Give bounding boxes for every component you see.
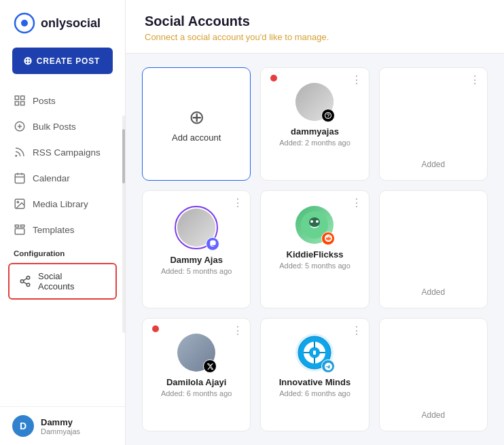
svg-line-23 <box>23 279 26 281</box>
svg-rect-18 <box>15 229 24 234</box>
calendar-icon <box>14 172 26 184</box>
account-name: dammyajas <box>291 126 339 137</box>
account-added: Added: 5 months ago <box>161 267 232 275</box>
user-name: Dammy <box>41 417 80 427</box>
account-avatar-wrapper <box>175 206 218 249</box>
account-card-innovative: ⋮ Innov <box>260 318 369 431</box>
sidebar-item-media[interactable]: Media Library <box>0 191 125 217</box>
account-card-kiddieflickss: ⋮ KiddieFlickss Added: 5 months ago <box>260 190 369 309</box>
page-subtitle: Connect a social account you'd like to m… <box>145 32 485 42</box>
account-added: Added: 5 months ago <box>279 262 350 270</box>
nav-items: Posts Bulk Posts RSS Campaigns Calendar … <box>0 85 125 406</box>
platform-badge-telegram <box>321 359 335 373</box>
main-content: Social Accounts Connect a social account… <box>126 0 504 445</box>
logo-text: onlysocial <box>41 16 101 31</box>
posts-icon <box>14 94 26 107</box>
sidebar-item-bulk-posts[interactable]: Bulk Posts <box>0 113 125 139</box>
platform-badge-reddit <box>321 232 335 245</box>
account-card-dammy-ajas: ⋮ Dammy Ajas Added: 5 months ago <box>142 190 251 309</box>
posts-label: Posts <box>33 96 56 106</box>
account-card-dammyajas: ⋮ dammyajas Added: 2 months ago <box>260 67 369 181</box>
social-accounts-label: Social Accounts <box>38 271 74 291</box>
platform-badge-twitter <box>203 359 217 373</box>
account-name: Innovative Minds <box>279 377 350 387</box>
account-avatar-wrapper <box>295 83 334 121</box>
status-dot-red <box>270 75 277 82</box>
media-library-label: Media Library <box>33 199 88 209</box>
sidebar-item-templates[interactable]: Templates <box>0 217 125 243</box>
social-accounts-icon <box>19 275 31 287</box>
sidebar-item-calendar[interactable]: Calendar <box>0 165 125 191</box>
more-options-icon[interactable]: ⋮ <box>351 198 362 209</box>
account-added: Added: 6 months ago <box>161 389 232 397</box>
calendar-label: Calendar <box>33 173 70 183</box>
sidebar-item-rss[interactable]: RSS Campaigns <box>0 139 125 165</box>
accounts-grid: ⊕ Add account ⋮ dammyajas Added: 2 month… <box>126 54 504 445</box>
account-name: KiddieFlickss <box>287 249 344 260</box>
logo-icon <box>14 12 35 34</box>
avatar: D <box>12 415 34 437</box>
svg-rect-4 <box>15 102 18 105</box>
more-options-icon[interactable]: ⋮ <box>351 75 362 86</box>
account-name: Damilola Ajayi <box>166 377 226 387</box>
partial-added: Added <box>421 156 445 169</box>
partial-added: Added <box>421 406 445 420</box>
user-area: D Dammy Dammyajas <box>0 406 125 445</box>
svg-point-9 <box>16 156 17 157</box>
sidebar-scrollbar <box>122 115 125 333</box>
sidebar-scroll-thumb <box>122 129 125 183</box>
account-card-partial-3: ⋮ Added <box>379 67 488 181</box>
main-header: Social Accounts Connect a social account… <box>126 0 504 54</box>
svg-point-15 <box>17 201 18 202</box>
bulk-posts-label: Bulk Posts <box>33 122 76 132</box>
account-added: Added: 6 months ago <box>279 389 350 397</box>
sidebar: onlysocial ⊕ CREATE POST Posts Bulk Post… <box>0 0 126 445</box>
add-account-label: Add account <box>172 132 221 143</box>
sidebar-item-social-accounts[interactable]: Social Accounts <box>8 263 117 300</box>
bulk-posts-icon <box>14 120 26 132</box>
account-avatar-wrapper <box>295 206 334 244</box>
user-handle: Dammyajas <box>41 427 80 435</box>
svg-rect-2 <box>15 96 18 99</box>
account-card-damilola: ⋮ Damilola Ajayi Added: 6 months ago <box>142 318 251 431</box>
svg-point-19 <box>26 277 30 280</box>
account-card-partial-6: Added <box>379 190 488 309</box>
page-title: Social Accounts <box>145 14 485 29</box>
account-avatar-wrapper <box>295 334 334 372</box>
more-options-icon[interactable]: ⋮ <box>232 325 243 336</box>
add-account-icon: ⊕ <box>189 106 204 128</box>
svg-rect-5 <box>21 102 24 105</box>
svg-rect-17 <box>21 225 24 227</box>
rss-label: RSS Campaigns <box>33 147 101 158</box>
svg-point-27 <box>316 220 319 223</box>
svg-point-26 <box>310 220 313 223</box>
status-dot-red <box>152 325 159 332</box>
svg-line-22 <box>23 282 26 284</box>
rss-icon <box>14 146 26 158</box>
svg-rect-10 <box>15 174 24 183</box>
svg-point-20 <box>20 280 24 283</box>
more-options-icon[interactable]: ⋮ <box>232 198 243 209</box>
logo-area: onlysocial <box>0 0 125 42</box>
partial-added: Added <box>421 283 445 297</box>
create-post-plus-icon: ⊕ <box>23 54 33 67</box>
platform-badge-threads <box>321 109 335 122</box>
account-name: Dammy Ajas <box>170 255 223 265</box>
add-account-card[interactable]: ⊕ Add account <box>142 67 251 181</box>
more-options-icon[interactable]: ⋮ <box>351 325 362 336</box>
media-library-icon <box>14 198 26 210</box>
account-avatar-wrapper <box>177 334 215 372</box>
sidebar-item-posts[interactable]: Posts <box>0 88 125 113</box>
templates-label: Templates <box>33 225 75 235</box>
more-options-icon[interactable]: ⋮ <box>469 75 480 86</box>
user-info: Dammy Dammyajas <box>41 417 80 435</box>
platform-badge-mastodon <box>206 237 219 251</box>
create-post-button[interactable]: ⊕ CREATE POST <box>12 48 113 74</box>
account-added: Added: 2 months ago <box>279 139 350 147</box>
config-section-label: Configuration <box>0 243 125 260</box>
svg-point-1 <box>21 20 28 26</box>
account-card-partial-9: Added <box>379 318 488 431</box>
svg-point-21 <box>26 283 30 287</box>
svg-rect-3 <box>21 96 24 99</box>
templates-icon <box>14 224 26 236</box>
